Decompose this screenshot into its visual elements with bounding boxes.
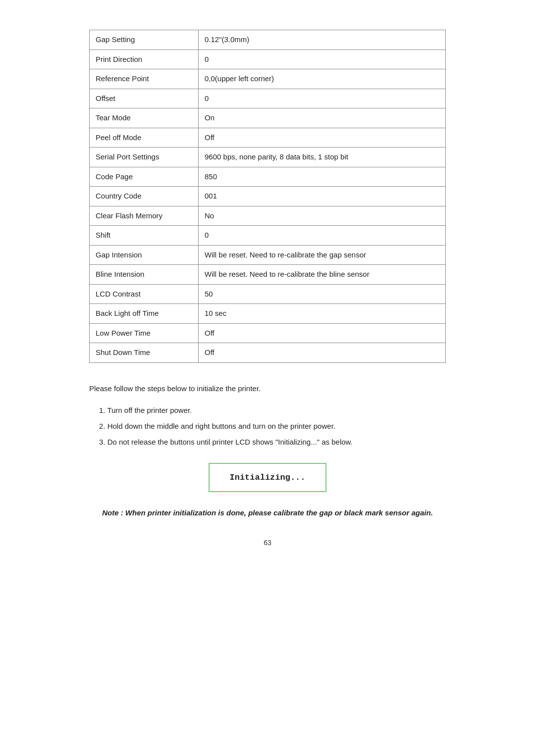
table-row: Back Light off Time10 sec [90,304,446,324]
list-item: 1. Turn off the printer power. [99,404,446,416]
table-cell-value: 0 [199,50,446,69]
table-row: Shift0 [90,226,446,246]
table-cell-label: Tear Mode [90,108,199,128]
table-cell-value: 0,0(upper left corner) [199,69,446,89]
table-row: Clear Flash MemoryNo [90,206,446,226]
table-row: Low Power TimeOff [90,323,446,343]
table-cell-value: 50 [199,284,446,304]
lcd-display-box: Initializing... [209,463,326,492]
table-row: Offset0 [90,89,446,108]
table-row: LCD Contrast50 [90,284,446,304]
page-number: 63 [89,539,446,547]
table-cell-value: 9600 bps, none parity, 8 data bits, 1 st… [199,148,446,167]
table-cell-label: Serial Port Settings [90,148,199,167]
table-row: Reference Point0,0(upper left corner) [90,69,446,89]
table-cell-value: 10 sec [199,304,446,324]
intro-paragraph: Please follow the steps below to initial… [89,383,446,395]
settings-table-container: Gap Setting0.12"(3.0mm)Print Direction0R… [59,30,476,363]
table-row: Country Code001 [90,187,446,206]
table-row: Gap IntensionWill be reset. Need to re-c… [90,245,446,265]
table-cell-label: Shut Down Time [90,343,199,363]
table-cell-value: Will be reset. Need to re-calibrate the … [199,245,446,265]
table-cell-value: 0 [199,226,446,246]
table-cell-value: Will be reset. Need to re-calibrate the … [199,265,446,285]
table-cell-label: Code Page [90,167,199,187]
table-cell-value: On [199,108,446,128]
table-row: Shut Down TimeOff [90,343,446,363]
table-row: Serial Port Settings9600 bps, none parit… [90,148,446,167]
list-item: 2. Hold down the middle and right button… [99,420,446,432]
table-cell-label: Shift [90,226,199,246]
table-cell-label: Gap Setting [90,30,199,50]
table-cell-value: 850 [199,167,446,187]
table-cell-label: Gap Intension [90,245,199,265]
table-cell-value: 0.12"(3.0mm) [199,30,446,50]
note-text: Note : When printer initialization is do… [102,508,433,517]
settings-table: Gap Setting0.12"(3.0mm)Print Direction0R… [89,30,446,363]
table-row: Print Direction0 [90,50,446,69]
table-cell-label: Low Power Time [90,323,199,343]
table-cell-label: Clear Flash Memory [90,206,199,226]
table-cell-value: Off [199,343,446,363]
table-cell-label: LCD Contrast [90,284,199,304]
table-cell-label: Offset [90,89,199,108]
table-row: Code Page850 [90,167,446,187]
list-item: 3. Do not release the buttons until prin… [99,436,446,448]
note-paragraph: Note : When printer initialization is do… [89,507,446,519]
lcd-display-wrapper: Initializing... [89,463,446,492]
table-cell-label: Peel off Mode [90,128,199,148]
steps-list: 1. Turn off the printer power.2. Hold do… [89,404,446,448]
intro-text: Please follow the steps below to initial… [89,384,261,393]
table-row: Peel off ModeOff [90,128,446,148]
table-cell-value: 0 [199,89,446,108]
table-cell-value: No [199,206,446,226]
table-row: Bline IntensionWill be reset. Need to re… [90,265,446,285]
table-cell-label: Back Light off Time [90,304,199,324]
table-cell-value: Off [199,128,446,148]
table-cell-label: Bline Intension [90,265,199,285]
table-cell-label: Country Code [90,187,199,206]
table-cell-value: Off [199,323,446,343]
table-row: Gap Setting0.12"(3.0mm) [90,30,446,50]
table-cell-label: Print Direction [90,50,199,69]
table-cell-label: Reference Point [90,69,199,89]
lcd-text: Initializing... [229,473,305,482]
table-row: Tear ModeOn [90,108,446,128]
table-cell-value: 001 [199,187,446,206]
